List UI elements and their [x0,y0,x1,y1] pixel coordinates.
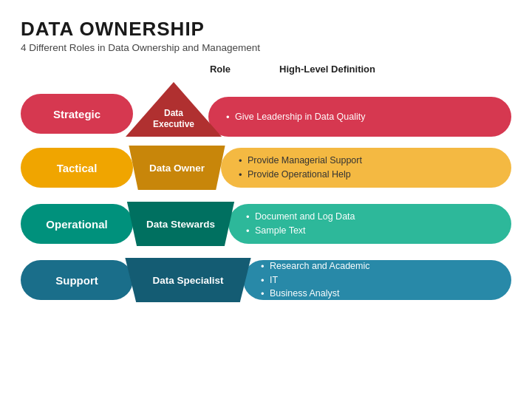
center-role-operational: Data Stewards [120,202,242,246]
role-header: Role [168,64,272,75]
page-subtitle: 4 Different Roles in Data Ownership and … [21,42,511,53]
right-def-support: Research and AcademicITBusiness Analyst [243,260,511,300]
right-def-operational: Document and Log DataSample Text [228,204,511,244]
tier-row-tactical: TacticalData OwnerProvide Managerial Sup… [21,143,511,193]
right-def-tactical: Provide Managerial SupportProvide Operat… [221,148,511,188]
right-def-strategic: Give Leadership in Data Quality [208,97,511,137]
left-label-support: Support [21,260,133,300]
definition-item: Document and Log Data [245,210,355,224]
tier-row-strategic: StrategicDataExecutiveGive Leadership in… [21,78,511,137]
definition-item: Provide Operational Help [237,168,362,182]
definition-item: Sample Text [245,224,355,238]
tier-row-operational: OperationalData StewardsDocument and Log… [21,199,511,249]
tiers-container: StrategicDataExecutiveGive Leadership in… [21,78,511,305]
left-label-operational: Operational [21,204,133,244]
definition-item: IT [259,273,370,287]
left-label-strategic: Strategic [21,94,133,134]
definition-header: High-Level Definition [272,64,511,75]
center-role-tactical: Data Owner [120,146,234,190]
definition-item: Give Leadership in Data Quality [225,110,365,124]
center-role-support: Data Specialist [120,258,256,302]
center-role-strategic: DataExecutive [126,82,222,137]
left-label-tactical: Tactical [21,148,133,188]
definition-item: Research and Academic [259,259,370,273]
column-headers: Role High-Level Definition [168,64,511,75]
definition-item: Business Analyst [259,287,370,301]
tier-row-support: SupportData SpecialistResearch and Acade… [21,255,511,305]
page-title: DATA OWNERSHIP [21,18,511,41]
definition-item: Provide Managerial Support [237,154,362,168]
